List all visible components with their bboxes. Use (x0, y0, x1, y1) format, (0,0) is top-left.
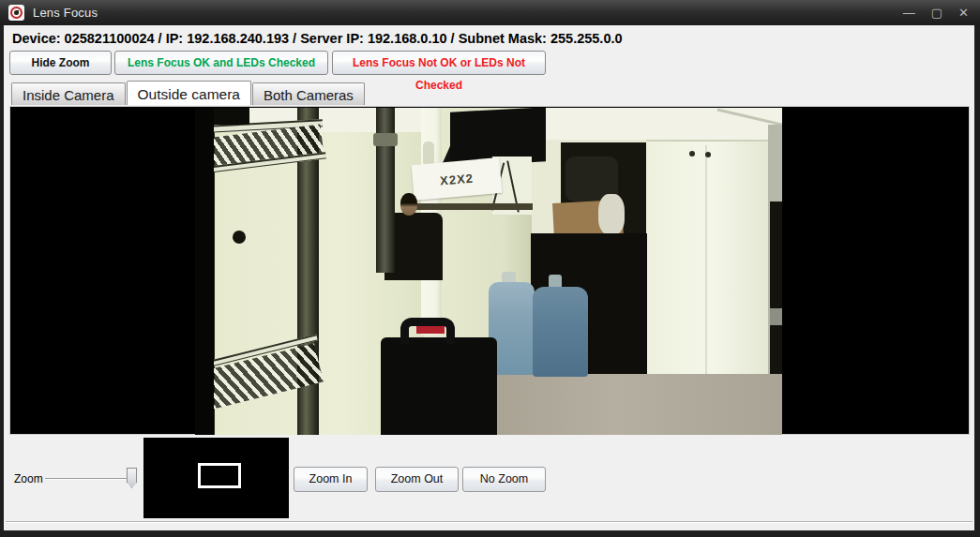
scene-cabinet-knob (705, 152, 711, 157)
title-bar: Lens Focus — ▢ ✕ (0, 0, 980, 25)
scene-bottle (423, 142, 434, 164)
maximize-icon[interactable]: ▢ (931, 7, 942, 19)
zoom-in-button[interactable]: Zoom In (294, 467, 368, 492)
camera-view-panel: X2X2 (9, 106, 970, 435)
zoom-minimap[interactable] (143, 438, 289, 518)
window-content: Device: 025821100024 / IP: 192.168.240.1… (4, 25, 974, 530)
app-window: Lens Focus — ▢ ✕ Device: 025821100024 / … (0, 0, 980, 537)
scene-water-jug (533, 287, 588, 377)
zoom-slider[interactable] (45, 467, 135, 489)
scene-white-bag (598, 194, 625, 235)
tab-both-cameras[interactable]: Both Cameras (252, 82, 365, 105)
zoom-minimap-viewport[interactable] (198, 463, 241, 488)
scene-black-case (381, 337, 497, 435)
camera-tab-bar: Inside Camera Outside camera Both Camera… (11, 81, 366, 105)
lens-focus-not-ok-button[interactable]: Lens Focus Not OK or LEDs Not Checked (332, 51, 546, 75)
scene-left-shadow (195, 108, 214, 435)
scene-shelf-edge (411, 203, 533, 210)
zoom-slider-track[interactable] (45, 478, 135, 480)
tab-outside-camera[interactable]: Outside camera (127, 81, 251, 105)
hide-zoom-button[interactable]: Hide Zoom (9, 51, 112, 75)
scene-box-label: X2X2 (440, 171, 475, 187)
zoom-slider-label: Zoom (14, 472, 43, 485)
no-zoom-button[interactable]: No Zoom (462, 467, 546, 492)
zoom-out-button[interactable]: Zoom Out (375, 467, 459, 492)
window-title: Lens Focus (33, 6, 98, 20)
device-info-text: Device: 025821100024 / IP: 192.168.240.1… (12, 31, 623, 46)
scene-person-head (400, 193, 417, 216)
bottom-divider (6, 521, 972, 523)
camera-video-frame: X2X2 (195, 108, 782, 435)
scene-cabinet-knob (689, 151, 695, 157)
scene-case-handle (400, 318, 455, 344)
zoom-slider-thumb[interactable] (127, 468, 137, 488)
app-icon (8, 5, 24, 21)
scene-cabinet-hole (233, 231, 246, 244)
minimize-icon[interactable]: — (903, 7, 915, 19)
lens-focus-ok-button[interactable]: Lens Focus OK and LEDs Checked (114, 51, 328, 75)
close-icon[interactable]: ✕ (958, 7, 969, 19)
tab-inside-camera[interactable]: Inside Camera (11, 82, 126, 105)
scene-rack-pole-collar (373, 133, 398, 146)
scene-chair-band (770, 308, 782, 325)
window-controls: — ▢ ✕ (903, 0, 969, 25)
